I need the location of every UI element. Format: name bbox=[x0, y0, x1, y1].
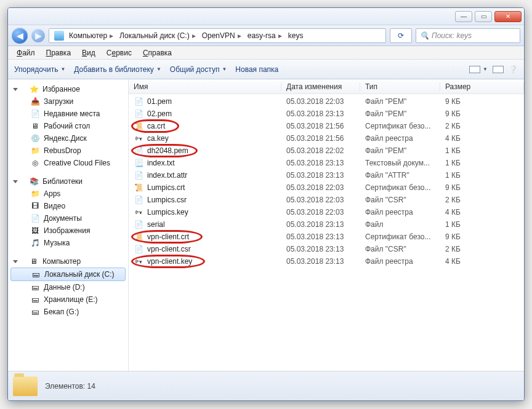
file-icon: 📄 bbox=[134, 146, 143, 156]
file-icon: 📜 bbox=[134, 183, 143, 193]
nav-group-header[interactable]: ⭐Избранное bbox=[8, 83, 128, 95]
close-button[interactable]: ✕ bbox=[494, 11, 522, 22]
nav-item-label: Изображения bbox=[44, 226, 90, 235]
menu-help[interactable]: Справка bbox=[138, 47, 177, 58]
nav-item-label: Видео bbox=[44, 202, 65, 210]
file-icon: 🗝 bbox=[134, 207, 143, 217]
breadcrumb-item[interactable]: Локальный диск (C:)▸ bbox=[118, 31, 200, 40]
file-type: Файл "ATTR" bbox=[360, 171, 440, 180]
maximize-button[interactable]: ▭ bbox=[475, 11, 492, 22]
file-row[interactable]: 📄Lumpics.csr05.03.2018 22:03Файл "CSR"2 … bbox=[129, 194, 524, 206]
file-row[interactable]: 📃index.txt05.03.2018 23:13Текстовый доку… bbox=[129, 157, 524, 169]
file-row[interactable]: 📜vpn-client.crt05.03.2018 23:13Сертифика… bbox=[129, 231, 524, 243]
nav-item-icon: 🎵 bbox=[30, 238, 40, 248]
file-type: Файл "PEM" bbox=[360, 97, 440, 106]
file-type: Файл реестра bbox=[360, 257, 440, 266]
menu-view[interactable]: Вид bbox=[77, 47, 100, 58]
breadcrumb-item[interactable]: OpenVPN▸ bbox=[201, 31, 245, 40]
col-size[interactable]: Размер bbox=[440, 82, 524, 91]
breadcrumb-item[interactable]: keys bbox=[287, 31, 305, 40]
nav-item-label: Creative Cloud Files bbox=[44, 159, 110, 167]
breadcrumb-item[interactable]: Компьютер▸ bbox=[68, 31, 117, 40]
search-icon: 🔍 bbox=[420, 31, 429, 40]
nav-forward-button[interactable]: ▶ bbox=[31, 29, 45, 42]
nav-item[interactable]: 🎞Видео bbox=[8, 200, 128, 212]
nav-item[interactable]: 🖴Данные (D:) bbox=[8, 281, 128, 293]
nav-item-icon: 📁 bbox=[30, 189, 40, 199]
column-headers: Имя Дата изменения Тип Размер bbox=[129, 79, 524, 94]
nav-item-icon: 💿 bbox=[30, 133, 40, 143]
nav-item[interactable]: 💿Яндекс.Диск bbox=[8, 132, 128, 145]
nav-back-button[interactable]: ◀ bbox=[12, 28, 28, 44]
breadcrumb-item[interactable]: easy-rsa▸ bbox=[246, 31, 286, 40]
nav-item[interactable]: 🎵Музыка bbox=[8, 237, 128, 249]
help-button[interactable]: ❔ bbox=[509, 65, 518, 74]
file-name: vpn-client.crt bbox=[147, 232, 189, 241]
nav-item[interactable]: 🖴Локальный диск (C:) bbox=[10, 268, 126, 281]
nav-item[interactable]: ◎Creative Cloud Files bbox=[8, 157, 128, 169]
file-row[interactable]: 📜Lumpics.crt05.03.2018 22:03Сертификат б… bbox=[129, 181, 524, 194]
navigation-pane: ⭐Избранное 📥Загрузки📄Недавние места🖥Рабо… bbox=[8, 79, 129, 371]
address-row: ◀ ▶ Компьютер▸ Локальный диск (C:)▸ Open… bbox=[8, 25, 524, 46]
file-name: Lumpics.crt bbox=[147, 183, 185, 192]
nav-item[interactable]: 🖥Рабочий стол bbox=[8, 120, 128, 132]
new-folder-button[interactable]: Новая папка bbox=[235, 65, 278, 74]
file-date: 05.03.2018 22:03 bbox=[281, 208, 360, 216]
file-date: 05.03.2018 22:03 bbox=[281, 196, 360, 204]
refresh-button[interactable]: ⟳ bbox=[390, 28, 412, 43]
file-name: ca.key bbox=[147, 134, 169, 143]
file-name: Lumpics.csr bbox=[147, 196, 187, 204]
nav-item-icon: 🎞 bbox=[30, 201, 40, 211]
file-type: Файл "PEM" bbox=[360, 146, 440, 155]
nav-item[interactable]: 📥Загрузки bbox=[8, 95, 128, 108]
file-size: 1 КБ bbox=[440, 159, 524, 167]
add-to-library-button[interactable]: Добавить в библиотеку ▼ bbox=[74, 65, 161, 74]
file-row[interactable]: 🗝ca.key05.03.2018 21:56Файл реестра4 КБ bbox=[129, 132, 524, 145]
organize-button[interactable]: Упорядочить ▼ bbox=[14, 65, 65, 74]
file-size: 4 КБ bbox=[440, 208, 524, 216]
col-type[interactable]: Тип bbox=[360, 82, 440, 91]
share-button[interactable]: Общий доступ ▼ bbox=[170, 65, 227, 74]
computer-icon: 🖥 bbox=[29, 256, 39, 266]
nav-item[interactable]: 🖴Бекап (G:) bbox=[8, 306, 128, 318]
preview-pane-button[interactable] bbox=[493, 66, 504, 73]
file-row[interactable]: 📄dh2048.pem05.03.2018 22:02Файл "PEM"1 К… bbox=[129, 145, 524, 157]
nav-item[interactable]: 📄Документы bbox=[8, 212, 128, 224]
nav-group-header[interactable]: 📚Библиотеки bbox=[8, 175, 128, 188]
file-row[interactable]: 📄01.pem05.03.2018 22:03Файл "PEM"9 КБ bbox=[129, 95, 524, 108]
nav-item[interactable]: 📁Apps bbox=[8, 188, 128, 200]
file-row[interactable]: 📄vpn-client.csr05.03.2018 23:13Файл "CSR… bbox=[129, 243, 524, 255]
file-row[interactable]: 📜ca.crt05.03.2018 21:56Сертификат безо..… bbox=[129, 120, 524, 132]
file-row[interactable]: 🗝Lumpics.key05.03.2018 22:03Файл реестра… bbox=[129, 206, 524, 218]
file-icon: 🗝 bbox=[134, 133, 143, 143]
library-icon: 📚 bbox=[29, 177, 39, 186]
file-row[interactable]: 📄serial05.03.2018 23:13Файл1 КБ bbox=[129, 218, 524, 231]
view-mode-button[interactable]: ▼ bbox=[469, 66, 488, 73]
nav-item-icon: 🖴 bbox=[31, 269, 41, 279]
file-date: 05.03.2018 23:13 bbox=[281, 257, 360, 266]
file-row[interactable]: 📄02.pem05.03.2018 23:13Файл "PEM"9 КБ bbox=[129, 108, 524, 120]
file-name: 02.pem bbox=[147, 109, 172, 118]
file-name: dh2048.pem bbox=[147, 146, 188, 155]
nav-item[interactable]: 🖴Хранилище (E:) bbox=[8, 293, 128, 306]
file-row[interactable]: 📄index.txt.attr05.03.2018 23:13Файл "ATT… bbox=[129, 169, 524, 181]
nav-item[interactable]: 📄Недавние места bbox=[8, 108, 128, 120]
file-size: 2 КБ bbox=[440, 122, 524, 130]
file-row[interactable]: 🗝vpn-client.key05.03.2018 23:13Файл реес… bbox=[129, 255, 524, 268]
menu-edit[interactable]: Правка bbox=[41, 47, 76, 58]
nav-item[interactable]: 🖼Изображения bbox=[8, 224, 128, 237]
file-icon: 📄 bbox=[134, 220, 143, 229]
col-date[interactable]: Дата изменения bbox=[281, 82, 360, 91]
file-type: Файл реестра bbox=[360, 134, 440, 143]
col-name[interactable]: Имя bbox=[129, 82, 281, 91]
search-placeholder: Поиск: keys bbox=[432, 31, 472, 40]
menu-tools[interactable]: Сервис bbox=[102, 47, 137, 58]
menu-file[interactable]: Файл bbox=[12, 47, 40, 58]
file-type: Файл "CSR" bbox=[360, 245, 440, 253]
minimize-button[interactable]: — bbox=[455, 11, 472, 22]
nav-item[interactable]: 📁RebusDrop bbox=[8, 145, 128, 157]
search-box[interactable]: 🔍 Поиск: keys bbox=[416, 28, 520, 43]
nav-group-header[interactable]: 🖥Компьютер bbox=[8, 255, 128, 268]
nav-item-label: Музыка bbox=[44, 239, 70, 247]
breadcrumb-bar[interactable]: Компьютер▸ Локальный диск (C:)▸ OpenVPN▸… bbox=[49, 28, 386, 43]
